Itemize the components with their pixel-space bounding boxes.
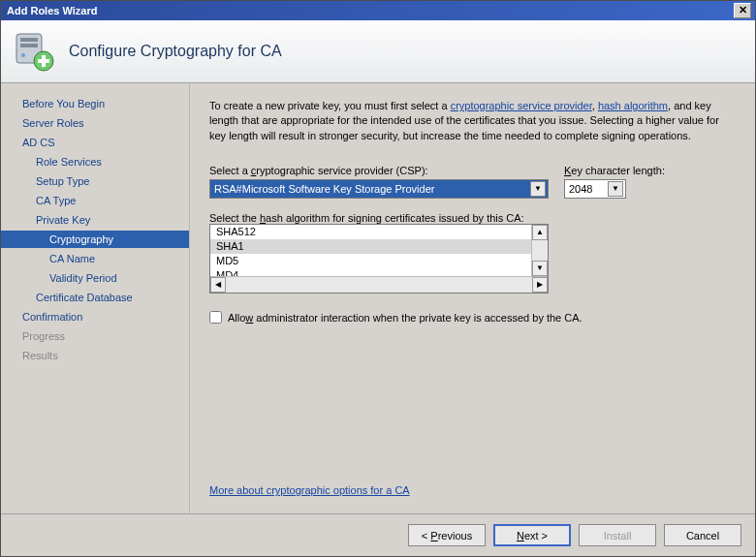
install-button: Install <box>579 524 656 546</box>
intro-text: To create a new private key, you must fi… <box>209 99 736 143</box>
vertical-scrollbar[interactable]: ▲ ▼ <box>531 225 548 276</box>
keylen-value: 2048 <box>569 183 592 195</box>
sidebar-item-before-you-begin[interactable]: Before You Begin <box>18 95 189 112</box>
sidebar-item-certificate-database[interactable]: Certificate Database <box>18 289 189 306</box>
cancel-button[interactable]: Cancel <box>664 524 741 546</box>
svg-rect-1 <box>20 38 38 42</box>
sidebar-item-progress: Progress <box>18 327 189 345</box>
dropdown-button-icon: ▼ <box>608 181 623 197</box>
sidebar-item-setup-type[interactable]: Setup Type <box>18 172 189 190</box>
scroll-up-icon[interactable]: ▲ <box>532 225 548 240</box>
ca-server-icon <box>13 30 55 73</box>
sidebar-item-cryptography[interactable]: Cryptography <box>1 231 189 248</box>
hash-option-md5[interactable]: MD5 <box>210 254 548 268</box>
hash-help-link[interactable]: hash algorithm <box>598 100 668 111</box>
dropdown-button-icon: ▼ <box>530 181 546 197</box>
keylen-label: Key character length: <box>564 165 665 176</box>
hash-option-sha512[interactable]: SHA512 <box>210 225 548 239</box>
hash-option-sha1[interactable]: SHA1 <box>210 239 548 254</box>
wizard-header: Configure Cryptography for CA <box>1 20 755 83</box>
csp-label: Select a cryptographic service provider … <box>209 165 549 176</box>
horizontal-scrollbar[interactable]: ◀ ▶ <box>210 276 548 293</box>
sidebar-item-results: Results <box>18 347 189 364</box>
wizard-sidebar: Before You BeginServer RolesAD CSRole Se… <box>1 83 190 513</box>
csp-select[interactable]: RSA#Microsoft Software Key Storage Provi… <box>209 179 549 199</box>
admin-interaction-checkbox[interactable] <box>209 311 222 324</box>
next-button[interactable]: Next > <box>493 524 571 546</box>
sidebar-item-ca-type[interactable]: CA Type <box>18 192 189 209</box>
sidebar-item-private-key[interactable]: Private Key <box>18 211 189 229</box>
wizard-footer: < Previous Next > Install Cancel <box>1 513 755 556</box>
hash-label: Select the hash algorithm for signing ce… <box>209 212 524 224</box>
sidebar-item-server-roles[interactable]: Server Roles <box>18 114 189 132</box>
sidebar-item-confirmation[interactable]: Confirmation <box>18 308 189 325</box>
previous-button[interactable]: < Previous <box>408 524 486 546</box>
more-about-link[interactable]: More about cryptographic options for a C… <box>209 484 736 504</box>
hash-listbox[interactable]: SHA512SHA1MD5MD4 ▲ ▼ ◀ ▶ <box>209 224 549 294</box>
svg-point-3 <box>21 53 25 57</box>
sidebar-item-validity-period[interactable]: Validity Period <box>18 269 189 287</box>
wizard-window: Add Roles Wizard ✕ Configure Cryptograph… <box>0 0 756 557</box>
wizard-content: To create a new private key, you must fi… <box>190 83 755 513</box>
csp-help-link[interactable]: cryptographic service provider <box>451 100 592 111</box>
sidebar-item-ad-cs[interactable]: AD CS <box>18 134 189 151</box>
admin-interaction-label: Allow administrator interaction when the… <box>228 312 583 324</box>
svg-rect-6 <box>38 59 49 63</box>
window-title: Add Roles Wizard <box>7 5 97 16</box>
close-button[interactable]: ✕ <box>734 3 751 18</box>
csp-value: RSA#Microsoft Software Key Storage Provi… <box>214 183 434 195</box>
scroll-left-icon[interactable]: ◀ <box>210 277 226 293</box>
title-bar: Add Roles Wizard ✕ <box>1 1 755 20</box>
scroll-down-icon[interactable]: ▼ <box>532 261 548 276</box>
scroll-right-icon[interactable]: ▶ <box>532 277 548 293</box>
sidebar-item-role-services[interactable]: Role Services <box>18 153 189 170</box>
intro-prefix: To create a new private key, you must fi… <box>209 100 451 111</box>
keylen-select[interactable]: 2048 ▼ <box>564 179 626 199</box>
page-title: Configure Cryptography for CA <box>69 43 282 60</box>
svg-rect-2 <box>20 44 38 47</box>
sidebar-item-ca-name[interactable]: CA Name <box>18 250 189 267</box>
